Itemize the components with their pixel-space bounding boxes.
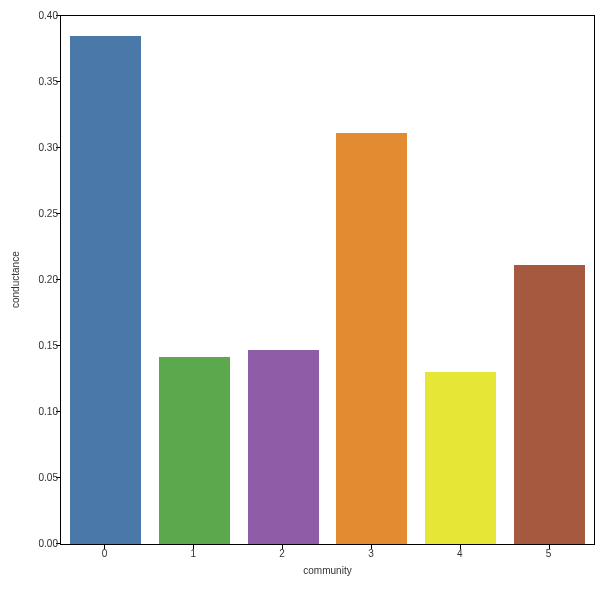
y-tick-label: 0.10 — [30, 406, 58, 417]
bar — [248, 350, 319, 544]
bar — [336, 133, 407, 544]
y-tick-label: 0.05 — [30, 472, 58, 483]
y-tick-label: 0.25 — [30, 208, 58, 219]
plot-area — [60, 15, 595, 545]
x-tick-label: 5 — [546, 548, 552, 559]
y-tick-label: 0.20 — [30, 274, 58, 285]
x-tick-label: 0 — [102, 548, 108, 559]
y-tick-label: 0.35 — [30, 76, 58, 87]
bar — [425, 372, 496, 544]
chart-figure: conductance community 0.000.050.100.150.… — [0, 0, 615, 589]
y-tick-label: 0.00 — [30, 538, 58, 549]
x-tick-label: 3 — [368, 548, 374, 559]
x-tick-label: 2 — [279, 548, 285, 559]
y-axis-label: conductance — [10, 15, 20, 545]
bar — [514, 265, 585, 544]
x-tick-label: 1 — [190, 548, 196, 559]
x-tick-label: 4 — [457, 548, 463, 559]
bar — [70, 36, 141, 544]
y-tick-label: 0.40 — [30, 10, 58, 21]
bar — [159, 357, 230, 544]
y-tick-label: 0.30 — [30, 142, 58, 153]
y-tick-label: 0.15 — [30, 340, 58, 351]
x-axis-label: community — [60, 565, 595, 576]
